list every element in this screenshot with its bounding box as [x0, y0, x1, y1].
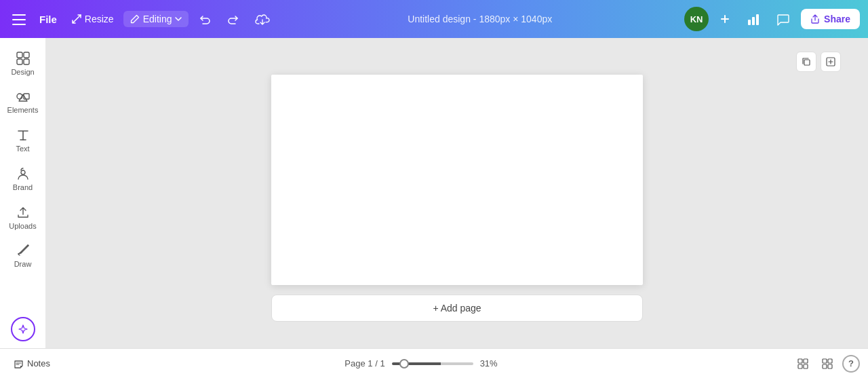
sidebar-item-brand[interactable]: Brand	[1, 159, 45, 197]
sidebar-item-design[interactable]: Design	[1, 44, 45, 81]
svg-rect-13	[804, 60, 810, 65]
sidebar-item-design-label: Design	[11, 68, 34, 76]
svg-rect-20	[828, 359, 832, 363]
comment-button[interactable]	[771, 9, 795, 29]
zoom-control	[392, 362, 473, 365]
share-label: Share	[824, 14, 850, 24]
svg-rect-16	[804, 359, 808, 363]
svg-rect-0	[12, 14, 26, 16]
design-title: Untitled design - 1880px × 1040px	[408, 14, 552, 24]
svg-rect-9	[24, 59, 29, 64]
sidebar-item-text-label: Text	[16, 145, 29, 153]
magic-button[interactable]	[11, 317, 35, 341]
main-content: Design Elements Text	[0, 38, 868, 348]
draw-icon	[16, 242, 31, 259]
uploads-icon	[16, 204, 31, 220]
svg-rect-18	[804, 364, 808, 368]
analytics-button[interactable]	[741, 9, 766, 29]
bottombar-right: ?	[793, 354, 860, 373]
bottombar-center: Page 1 / 1 31%	[62, 358, 787, 368]
topbar: File Resize Editing	[0, 0, 868, 38]
notes-label: Notes	[27, 358, 50, 368]
add-collaborator-button[interactable]	[714, 8, 736, 30]
help-button[interactable]: ?	[842, 355, 860, 373]
design-icon	[16, 50, 31, 66]
grid-view-button[interactable]	[793, 354, 812, 373]
sidebar-item-elements-label: Elements	[7, 106, 39, 114]
svg-point-12	[21, 170, 25, 174]
svg-rect-2	[12, 24, 26, 25]
elements-icon	[16, 88, 31, 105]
topbar-center: Untitled design - 1880px × 1040px	[281, 14, 679, 24]
canvas-area: + Add page	[46, 38, 868, 348]
page-info: Page 1 / 1	[344, 358, 384, 368]
user-avatar[interactable]: KN	[684, 7, 709, 31]
topbar-left: File Resize Editing	[8, 8, 275, 31]
svg-rect-17	[798, 364, 802, 368]
svg-rect-5	[756, 14, 759, 25]
editing-label: Editing	[143, 14, 172, 24]
resize-button[interactable]: Resize	[66, 11, 119, 27]
svg-rect-22	[828, 364, 832, 368]
svg-rect-6	[17, 52, 22, 58]
sidebar-item-uploads-label: Uploads	[9, 222, 36, 230]
text-icon	[16, 126, 31, 143]
file-button[interactable]: File	[34, 11, 62, 28]
copy-page-button[interactable]	[796, 52, 816, 72]
svg-rect-19	[823, 359, 827, 363]
add-page-button[interactable]: + Add page	[271, 295, 643, 322]
svg-rect-7	[24, 52, 29, 58]
share-button[interactable]: Share	[801, 9, 860, 29]
zoom-percent: 31%	[480, 358, 505, 368]
svg-rect-4	[752, 17, 755, 25]
save-cloud-button[interactable]	[250, 10, 275, 29]
topbar-right: KN Share	[684, 7, 860, 31]
svg-rect-15	[798, 359, 802, 363]
svg-rect-21	[823, 364, 827, 368]
sidebar-item-draw-label: Draw	[14, 260, 32, 268]
design-canvas[interactable]	[271, 75, 643, 285]
sidebar-item-uploads[interactable]: Uploads	[1, 198, 45, 235]
svg-rect-1	[12, 19, 26, 20]
sidebar-item-brand-label: Brand	[13, 183, 33, 191]
notes-button[interactable]: Notes	[8, 355, 56, 372]
svg-rect-8	[17, 59, 22, 64]
menu-icon[interactable]	[8, 8, 30, 31]
brand-icon	[16, 165, 31, 181]
sidebar: Design Elements Text	[0, 38, 46, 348]
zoom-slider[interactable]	[392, 362, 473, 365]
svg-rect-3	[748, 20, 751, 25]
editing-button[interactable]: Editing	[123, 11, 189, 27]
canvas-controls	[796, 52, 841, 72]
notes-icon	[14, 358, 24, 369]
undo-button[interactable]	[193, 9, 217, 30]
sidebar-item-text[interactable]: Text	[1, 121, 45, 158]
redo-button[interactable]	[221, 9, 245, 30]
add-section-button[interactable]	[821, 52, 841, 72]
thumbnail-view-button[interactable]	[818, 354, 837, 373]
sidebar-item-elements[interactable]: Elements	[1, 83, 45, 120]
resize-label: Resize	[85, 14, 114, 24]
sidebar-item-draw[interactable]: Draw	[1, 237, 45, 274]
bottombar: Notes Page 1 / 1 31% ?	[0, 348, 868, 378]
